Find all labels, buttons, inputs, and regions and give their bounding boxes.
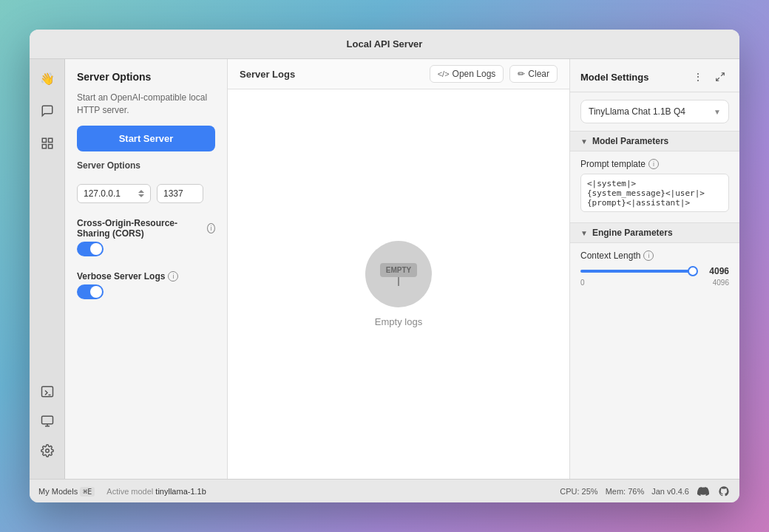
svg-line-10 [721, 73, 724, 76]
svg-rect-4 [41, 386, 52, 397]
host-field[interactable] [84, 188, 135, 199]
center-panel: Server Logs </> Open Logs ✏ Clear [228, 59, 569, 479]
github-icon[interactable] [717, 485, 731, 498]
left-panel: Server Options Start an OpenAI-compatibl… [65, 59, 228, 479]
my-models-link[interactable]: My Models ⌘E [38, 487, 95, 496]
expand-button[interactable] [711, 68, 729, 86]
window-title: Local API Server [347, 38, 423, 50]
right-panel-header: Model Settings ⋮ [570, 59, 739, 92]
verbose-toggle[interactable] [77, 284, 104, 299]
active-model-info: Active model tinyllama-1.1b [106, 487, 206, 496]
collapse-icon-2: ▼ [580, 229, 588, 237]
left-panel-title: Server Options [77, 71, 215, 83]
slider-max: 4096 [713, 279, 729, 287]
active-model-name: tinyllama-1.1b [155, 487, 206, 496]
svg-point-9 [45, 449, 49, 453]
context-length-info-icon[interactable]: i [643, 250, 654, 261]
clear-button[interactable]: ✏ Clear [509, 65, 558, 83]
cpu-info: CPU: 25% [560, 487, 597, 496]
slider-min: 0 [580, 279, 585, 287]
server-options-label: Server Options [77, 160, 215, 171]
code-icon: </> [438, 69, 450, 78]
cors-toggle[interactable] [77, 242, 104, 256]
svg-rect-6 [41, 416, 52, 424]
cors-row: Cross-Origin-Resource-Sharing (CORS) i [77, 218, 215, 239]
cors-info-icon[interactable]: i [207, 223, 215, 233]
left-panel-subtitle: Start an OpenAI-compatible local HTTP se… [77, 92, 215, 117]
empty-sign: EMPTY [380, 263, 417, 277]
model-selector[interactable]: TinyLlama Chat 1.1B Q4 ▼ [580, 100, 729, 123]
model-parameters-title: Model Parameters [592, 136, 668, 146]
status-right: CPU: 25% Mem: 76% Jan v0.4.6 [560, 485, 731, 498]
hand-wave-icon[interactable]: 👋 [37, 68, 58, 89]
cors-label: Cross-Origin-Resource-Sharing (CORS) [77, 218, 204, 239]
start-server-button[interactable]: Start Server [77, 126, 215, 151]
pen-icon: ✏ [518, 69, 525, 79]
engine-parameters-section-header[interactable]: ▼ Engine Parameters [570, 222, 739, 243]
collapse-icon: ▼ [580, 137, 588, 146]
port-field[interactable] [163, 188, 197, 199]
title-bar: Local API Server [30, 30, 739, 59]
svg-rect-3 [42, 145, 46, 149]
context-length-value: 4096 [702, 266, 729, 276]
model-parameters-section-header[interactable]: ▼ Model Parameters [570, 131, 739, 151]
settings-icon[interactable] [37, 440, 58, 461]
terminal-icon[interactable] [37, 381, 58, 402]
verbose-option: Verbose Server Logs i [77, 265, 215, 299]
slider-track [580, 270, 697, 273]
right-panel: Model Settings ⋮ TinyLlama Chat 1.1B Q4 … [569, 59, 739, 479]
prompt-template-info-icon[interactable]: i [648, 159, 659, 169]
verbose-info-icon[interactable]: i [168, 271, 178, 282]
mem-info: Mem: 76% [606, 487, 645, 496]
context-length-slider[interactable] [580, 265, 697, 277]
svg-rect-1 [48, 138, 52, 142]
verbose-row: Verbose Server Logs i [77, 271, 215, 282]
my-models-shortcut: ⌘E [80, 487, 95, 497]
server-options-row [77, 184, 215, 203]
model-parameters-content: Prompt template i <|system|> {system_mes… [570, 151, 739, 222]
version-label: Jan v0.4.6 [651, 487, 689, 496]
chevron-down-icon: ▼ [714, 108, 721, 116]
monitor-icon[interactable] [37, 411, 58, 432]
logs-title: Server Logs [240, 69, 295, 80]
slider-range: 0 4096 [580, 279, 729, 287]
right-panel-actions: ⋮ [689, 68, 729, 86]
right-panel-title: Model Settings [580, 72, 648, 83]
svg-line-11 [717, 78, 719, 81]
svg-rect-2 [48, 145, 52, 149]
logs-actions: </> Open Logs ✏ Clear [430, 65, 558, 83]
empty-logs-text: Empty logs [375, 316, 422, 327]
host-stepper[interactable] [138, 190, 144, 197]
chat-icon[interactable] [37, 100, 58, 121]
logs-header: Server Logs </> Open Logs ✏ Clear [228, 59, 569, 89]
status-bar: My Models ⌘E Active model tinyllama-1.1b… [30, 479, 739, 502]
sidebar-bottom [37, 381, 58, 470]
icon-sidebar: 👋 [30, 59, 65, 479]
logs-empty-state: EMPTY Empty logs [228, 89, 569, 479]
context-length-slider-row: 4096 [580, 265, 729, 277]
prompt-template-textarea[interactable]: <|system|> {system_message}<|user|> {pro… [580, 174, 729, 212]
more-options-button[interactable]: ⋮ [689, 68, 707, 86]
engine-parameters-content: Context Length i 4096 0 4096 [570, 243, 739, 294]
empty-logs-icon: EMPTY [365, 241, 432, 307]
prompt-template-label: Prompt template [580, 159, 646, 169]
open-logs-button[interactable]: </> Open Logs [430, 65, 504, 83]
port-input[interactable] [157, 184, 203, 203]
context-length-label: Context Length [580, 250, 640, 261]
main-layout: 👋 [30, 59, 739, 479]
status-left: My Models ⌘E Active model tinyllama-1.1b [38, 487, 206, 496]
engine-parameters-title: Engine Parameters [592, 228, 673, 238]
cors-option: Cross-Origin-Resource-Sharing (CORS) i [77, 212, 215, 256]
app-window: Local API Server 👋 [30, 30, 739, 502]
slider-fill [580, 270, 691, 273]
discord-icon[interactable] [697, 485, 710, 498]
model-selector-text: TinyLlama Chat 1.1B Q4 [589, 106, 685, 117]
slider-thumb[interactable] [688, 266, 698, 276]
svg-rect-0 [42, 138, 46, 142]
host-input[interactable] [77, 184, 151, 203]
verbose-label: Verbose Server Logs [77, 271, 165, 282]
grid-icon[interactable] [37, 133, 58, 154]
